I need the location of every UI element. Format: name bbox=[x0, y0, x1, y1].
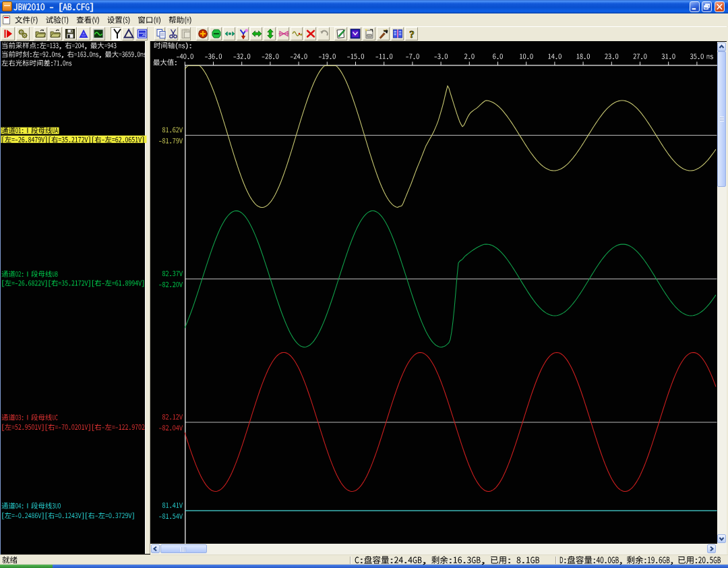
svg-text:?: ? bbox=[409, 29, 415, 40]
